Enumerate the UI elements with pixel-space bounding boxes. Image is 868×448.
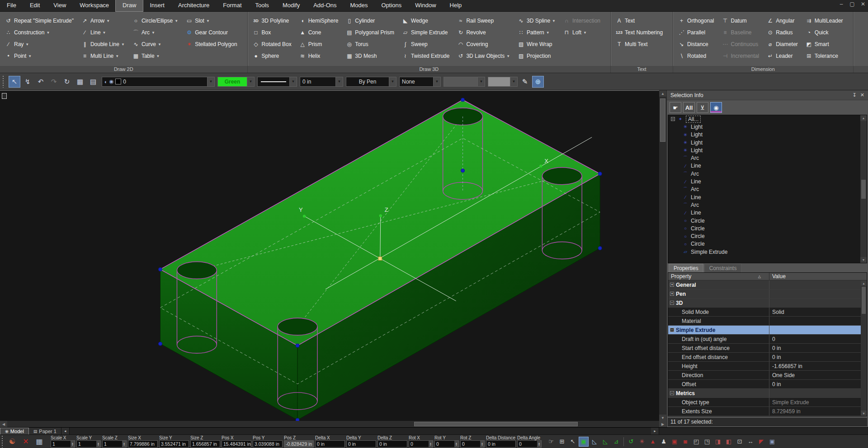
field-input-delta-angle[interactable]: 0▲▼: [517, 440, 542, 448]
field-input-size-z[interactable]: 1.656857 in: [190, 440, 220, 448]
ribbon-item-radius[interactable]: ⊙Radius: [765, 27, 801, 38]
layer-combo[interactable]: ◐ ◉ 0 ▼: [102, 77, 215, 87]
ribbon-item-box[interactable]: □Box: [251, 27, 294, 38]
tab-nav-left-icon[interactable]: ◂: [61, 428, 70, 434]
field-input-delta-z[interactable]: 0 in: [377, 440, 407, 448]
scroll-right-icon[interactable]: ▶: [659, 421, 666, 427]
ribbon-item-3d-spline[interactable]: ∿3D Spline▼: [516, 15, 558, 27]
reference-point-icon[interactable]: ♟: [659, 437, 669, 447]
menu-item-insert[interactable]: Insert: [143, 0, 171, 11]
tree-scroll-down-icon[interactable]: ▼: [860, 257, 867, 263]
toolbar-grip[interactable]: [3, 76, 5, 88]
chevron-down-icon[interactable]: ▼: [103, 31, 106, 35]
sort-icon[interactable]: △: [758, 275, 761, 279]
ribbon-item-pattern[interactable]: ∷Pattern▼: [516, 27, 558, 38]
property-row-pen[interactable]: +Pen: [668, 289, 867, 299]
ribbon-item-distance[interactable]: ↘Distance: [677, 38, 717, 50]
property-row-simple-extrude[interactable]: −Simple Extrude: [668, 326, 867, 335]
pen-edit-button[interactable]: ✎: [519, 76, 531, 88]
ribbon-item-curve[interactable]: ∿Curve▼: [131, 38, 181, 50]
select-3d-mode-icon[interactable]: ◺: [590, 437, 599, 447]
menu-item-architecture[interactable]: Architecture: [171, 0, 216, 11]
pin-icon[interactable]: ↧: [853, 92, 857, 98]
ribbon-item-stellated-polygon[interactable]: ✶Stellated Polygon: [184, 38, 240, 50]
grid-scroll-down-icon[interactable]: ▼: [861, 411, 867, 416]
repeat-button[interactable]: ↻: [61, 76, 73, 88]
property-column-header[interactable]: Property: [671, 273, 691, 280]
ribbon-item-parallel[interactable]: ⋰Parallel: [677, 27, 717, 38]
selection-table-icon[interactable]: ▦: [33, 436, 45, 447]
grid-scroll-thumb[interactable]: [862, 287, 866, 314]
undo-button[interactable]: ↶: [35, 76, 47, 88]
field-input-pos-x[interactable]: 15.484391 in: [222, 440, 251, 448]
field-input-rot-x[interactable]: 0▲▼: [409, 440, 433, 448]
field-input-pos-y[interactable]: 3.039088 in: [253, 440, 283, 448]
collapse-icon[interactable]: −: [670, 328, 674, 332]
side-handle-icon[interactable]: ◨: [713, 437, 723, 447]
tree-item-arc-9[interactable]: ⌒Arc: [668, 186, 867, 193]
chevron-down-icon[interactable]: ▼: [46, 31, 50, 35]
lock-handle-icon[interactable]: ⊡: [735, 437, 745, 447]
field-input-delta-x[interactable]: 0 in: [315, 440, 345, 448]
selection-table-button[interactable]: ▦: [74, 76, 86, 88]
menu-item-modify[interactable]: Modify: [276, 0, 307, 11]
tree-item-circle-16[interactable]: ○Circle: [668, 240, 867, 248]
tree-item-arc-7[interactable]: ⌒Arc: [668, 170, 867, 177]
tree-item-circle-15[interactable]: ○Circle: [668, 232, 867, 240]
property-row-extents-size[interactable]: Extents Size8.729459 in: [668, 407, 867, 416]
line-style-combo[interactable]: ▼: [257, 77, 297, 87]
x-axis-handle[interactable]: [539, 165, 542, 168]
select-all-button[interactable]: All: [683, 102, 695, 113]
statusbar-grip[interactable]: [2, 436, 5, 448]
ribbon-item-simple-extrude[interactable]: ▱Simple Extrude: [401, 27, 452, 38]
chevron-down-icon[interactable]: ▼: [552, 19, 556, 23]
tab-model[interactable]: ◉ Model: [0, 428, 29, 434]
value-column-header[interactable]: Value: [772, 273, 786, 280]
ribbon-item-revolve[interactable]: ↻Revolve: [456, 27, 513, 38]
ribbon-item-hemisphere[interactable]: ◖HemiSphere: [298, 15, 341, 27]
select-tool-button[interactable]: ↖: [9, 76, 20, 88]
ribbon-item-rail-sweep[interactable]: ≈Rail Sweep: [456, 15, 513, 27]
property-row-direction[interactable]: DirectionOne Side: [668, 371, 867, 380]
hatch-combo-arrow[interactable]: ▼: [434, 77, 441, 87]
chevron-down-icon[interactable]: ▼: [583, 31, 587, 35]
ribbon-item-arrow[interactable]: ↗Arrow▼: [80, 15, 127, 27]
ribbon-item-3d-law-objects[interactable]: ↺3D Law Objects▼: [456, 50, 513, 62]
menu-item-workspace[interactable]: Workspace: [73, 0, 116, 11]
chevron-down-icon[interactable]: ▼: [158, 42, 161, 47]
tree-scrollbar[interactable]: ▲ ▼: [860, 115, 867, 263]
delete-icon[interactable]: ✕: [20, 436, 32, 447]
ribbon-item-helix[interactable]: ≋Helix: [298, 50, 341, 62]
color-combo[interactable]: Green ▼: [217, 77, 255, 87]
field-input-scale-y[interactable]: 1▲▼: [76, 440, 101, 448]
chevron-down-icon[interactable]: ▼: [25, 42, 29, 47]
property-row-material[interactable]: Material: [668, 317, 867, 326]
side-handle-2-icon[interactable]: ◧: [724, 437, 734, 447]
ribbon-item-prism[interactable]: △Prism: [298, 38, 341, 50]
tree-item-arc-5[interactable]: ⌒Arc: [668, 154, 867, 162]
flip-handle-icon[interactable]: ↔: [745, 437, 755, 447]
field-input-rot-z[interactable]: 0▲▼: [460, 440, 485, 448]
menu-item-edit[interactable]: Edit: [23, 0, 47, 11]
scroll-down-icon[interactable]: ▼: [659, 415, 666, 421]
ribbon-item-diameter[interactable]: ⌀Diameter: [765, 38, 801, 50]
tree-item-circle-14[interactable]: ○Circle: [668, 224, 867, 232]
ribbon-item-sweep[interactable]: ∫Sweep: [401, 38, 452, 50]
line-width-combo-arrow[interactable]: ▼: [336, 77, 343, 87]
menu-item-window[interactable]: Window: [408, 0, 443, 11]
chevron-down-icon[interactable]: ▼: [106, 19, 110, 23]
box-select-icon[interactable]: ⊞: [557, 437, 567, 447]
collapse-icon[interactable]: −: [671, 117, 675, 121]
tree-item-light-2[interactable]: ✳Light: [668, 131, 867, 139]
tree-item-light-1[interactable]: ✳Light: [668, 123, 867, 131]
shear-handle-icon[interactable]: ◤: [756, 437, 766, 447]
ribbon-item-cone[interactable]: ▲Cone: [298, 27, 341, 38]
tree-item-line-6[interactable]: ∕Line: [668, 162, 867, 170]
edit-properties-button[interactable]: ☛: [670, 102, 681, 113]
line-style-combo-arrow[interactable]: ▼: [290, 77, 297, 87]
origin-handle[interactable]: [378, 257, 382, 260]
ribbon-item-table[interactable]: ▦Table▼: [131, 50, 181, 62]
expand-icon[interactable]: +: [670, 283, 674, 287]
hatch-combo[interactable]: None ▼: [399, 77, 441, 87]
property-row-offset[interactable]: Offset0 in: [668, 380, 867, 389]
